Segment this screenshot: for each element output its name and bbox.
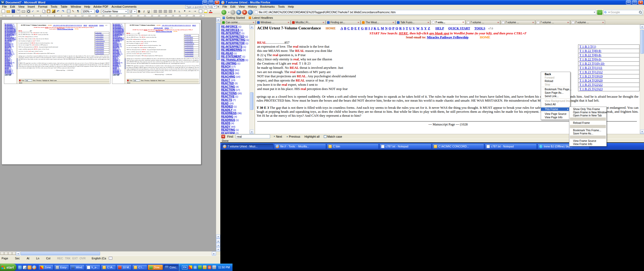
submenu-item[interactable]: View Frame Source (569, 139, 606, 142)
submenu-item[interactable]: Reload Frame (569, 121, 606, 124)
firefox-menu-item[interactable]: View (237, 5, 247, 8)
wordlist-item[interactable]: REACTION (17) (221, 88, 249, 92)
reference-link[interactable]: T 1 B 22 T(8)-8- (579, 49, 602, 53)
wordlist-item[interactable]: REACTED (3) (221, 82, 249, 85)
tray-icon[interactable] (189, 265, 192, 269)
home-link[interactable]: HOME (326, 26, 336, 30)
word-titlebar[interactable]: W Document7 - Microsoft Word — □ × (0, 0, 220, 5)
scrollbar-track[interactable] (20, 251, 212, 256)
language-indicator[interactable]: EN (182, 265, 187, 269)
firefox-menu-item[interactable]: Help (286, 5, 296, 8)
wordlist-item[interactable]: READS (4) (221, 122, 249, 125)
wordlist-item[interactable]: RE-TRANSLATION (1) (221, 58, 249, 62)
letter-link[interactable]: Z (428, 26, 430, 30)
tab-close-icon[interactable] (498, 21, 499, 24)
bookmark-item[interactable]: Getting Started (222, 16, 245, 19)
submenu-item[interactable] (570, 125, 606, 128)
tab-close-icon[interactable] (393, 21, 394, 24)
wordlist-item[interactable]: RE-STATEMENT (1) (221, 55, 249, 58)
letter-link[interactable]: W (416, 26, 420, 30)
bold-button[interactable]: B (137, 9, 141, 13)
url-dropdown-icon[interactable] (594, 12, 595, 13)
letter-link[interactable]: Q (395, 26, 398, 30)
word-menu-item[interactable]: View (17, 5, 26, 8)
taskbar-window-button[interactable]: Conc... (163, 265, 178, 270)
media-player-icon[interactable] (28, 265, 32, 269)
submenu-item[interactable] (570, 136, 606, 139)
word-toolbar-button[interactable] (71, 9, 76, 14)
word-formatting-button[interactable] (168, 9, 173, 14)
reference-link[interactable]: T 1 B 25 T(22)22 (579, 83, 603, 87)
wordlist-item[interactable]: REACT (23) (221, 79, 249, 82)
word-toolbar-button[interactable] (66, 9, 71, 14)
select-browse-object-icon[interactable]: ● (216, 243, 220, 247)
letter-link[interactable]: S (403, 26, 405, 30)
context-menu-item[interactable]: Stop (541, 83, 570, 86)
context-menu-item[interactable]: Back (541, 73, 570, 76)
tab-close-icon[interactable] (358, 21, 359, 24)
word-horizontal-scrollbar[interactable]: ◄ ► (0, 251, 216, 256)
search-icon[interactable] (639, 11, 642, 14)
wordlist-item[interactable]: REAFFIRM (2) (221, 132, 249, 134)
letter-link[interactable]: L (377, 26, 380, 30)
highlight-all-button[interactable]: Highlight all (303, 135, 321, 138)
taskbar-window-button[interactable]: c787.txt - Notepad (379, 144, 431, 149)
wordlist-item[interactable]: REACHED (61) (221, 69, 249, 72)
word-menu-item[interactable]: Tools (49, 5, 59, 8)
taskbar-window-button[interactable]: Easy-... (54, 265, 69, 270)
wordlist-item[interactable]: REACHING (16) (221, 75, 249, 79)
wordlist-scrollbar[interactable]: ▲ ▼ (249, 25, 254, 134)
scroll-down-icon[interactable]: ▼ (640, 130, 644, 134)
find-input[interactable] (236, 134, 270, 138)
reference-link[interactable]: T 1 B 22 T(8)-8- (579, 53, 602, 57)
taskbar-window-button[interactable]: C:\A... (101, 265, 116, 270)
letter-link[interactable]: H (365, 26, 367, 30)
go-button[interactable]: → (597, 10, 602, 15)
wordlist-item[interactable]: RE-READ (1) (221, 52, 249, 55)
letter-link[interactable]: P (392, 26, 395, 30)
word-toolbar-button[interactable] (36, 9, 41, 14)
scroll-down-icon[interactable]: ▼ (216, 234, 220, 239)
minimize-button[interactable]: — (626, 1, 631, 4)
scroll-left-icon[interactable]: ◄ (16, 251, 20, 256)
browser-tab[interactable]: 7 volume ... (500, 20, 535, 24)
letter-link[interactable]: A (341, 26, 343, 30)
word-document-area[interactable]: RE-INFORCE (1) RE-INFORCES (1) RE-INTERP… (0, 17, 216, 251)
context-menu-item[interactable] (542, 111, 570, 112)
word-menu-item[interactable]: Help (83, 5, 92, 8)
taskbar-window-button[interactable]: C:\bin (327, 144, 379, 149)
browser-tab[interactable]: The Weat... (361, 20, 395, 24)
home-button[interactable]: ⌂ (248, 10, 253, 15)
letter-link[interactable]: F (358, 26, 360, 30)
submenu-item[interactable]: Save Frame As... (569, 132, 606, 135)
browser-tab[interactable]: Mozilla | Fi... (291, 20, 325, 24)
tray-icon[interactable] (212, 265, 216, 269)
wordlist-item[interactable]: READIED (1) (221, 105, 249, 109)
letter-link[interactable]: B (344, 26, 346, 30)
google-engine-icon[interactable]: G (604, 11, 607, 14)
wordlist-item[interactable]: RE-INTERPRETING (1) (221, 38, 249, 42)
reference-link[interactable]: T 1 B 22 T(9)-9- (579, 57, 602, 61)
word-toolbar-button[interactable] (46, 9, 51, 14)
wordlist-item[interactable]: RE-INFORCES (1) (221, 29, 249, 32)
scroll-down-icon[interactable]: ▼ (250, 130, 254, 134)
wordlist-item[interactable]: RE-INFORCE (1) (221, 25, 249, 29)
find-close-icon[interactable]: × (221, 135, 225, 138)
context-menu-item[interactable]: Reload (541, 79, 570, 83)
context-menu-item[interactable]: Save Page As... (541, 91, 570, 94)
word-menu-item[interactable]: File (1, 5, 8, 8)
url-bar[interactable] (254, 10, 596, 15)
stop-button[interactable]: × (242, 10, 247, 15)
context-menu-item[interactable]: View Page Source (541, 112, 570, 116)
wordlist-item[interactable]: REACTS (7) (221, 98, 249, 102)
taskbar-window-button[interactable]: file:// - Tools: - Mozilla... (274, 144, 326, 149)
taskbar-window-button[interactable]: Zone... (38, 265, 53, 270)
back-button[interactable]: ← (221, 10, 226, 15)
taskbar-window-button[interactable]: 10 M... (117, 265, 132, 270)
letter-link[interactable]: I (368, 26, 370, 30)
browser-tab[interactable]: 7 volume ... (535, 20, 570, 24)
context-menu-item[interactable]: Forward (541, 76, 570, 79)
letter-link[interactable]: N (385, 26, 387, 30)
scroll-right-icon[interactable]: ► (212, 251, 216, 256)
word-menu-item[interactable]: Format (37, 5, 49, 8)
